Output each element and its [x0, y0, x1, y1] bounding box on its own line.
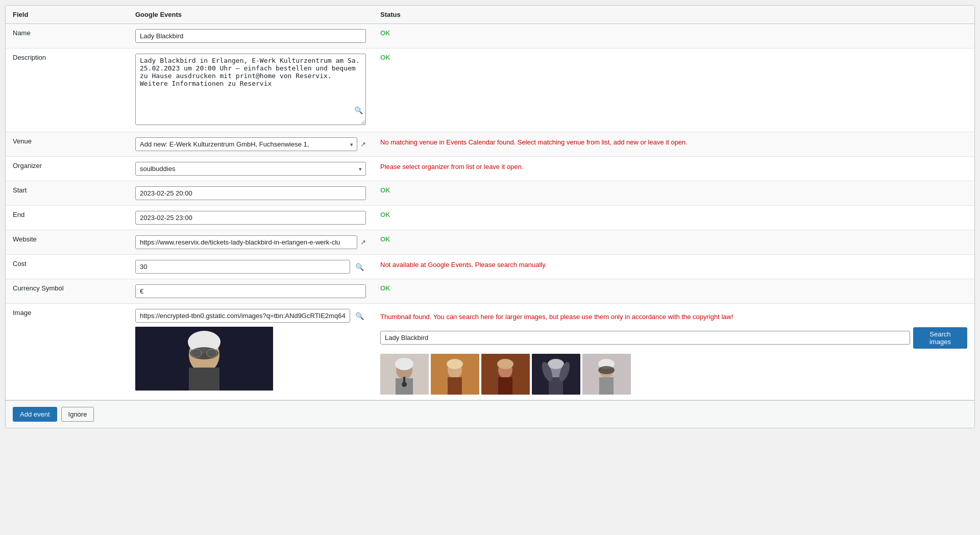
venue-row-inner: Add new: E-Werk Kulturzentrum GmbH, Fuch…	[135, 137, 366, 151]
image-svg	[135, 327, 273, 391]
svg-point-9	[395, 358, 413, 370]
status-end: OK	[380, 211, 390, 218]
organizer-select-wrapper: soulbuddies ▾	[135, 162, 366, 176]
thumbnail-4[interactable]	[532, 354, 580, 395]
venue-select-wrapper: Add new: E-Werk Kulturzentrum GmbH, Fuch…	[135, 137, 357, 151]
table-row: Organizer soulbuddies ▾ Please select or…	[6, 157, 974, 181]
field-label-organizer: Organizer	[13, 159, 42, 169]
website-input[interactable]	[135, 235, 357, 249]
status-start: OK	[380, 186, 390, 194]
image-thumbnails	[380, 354, 967, 395]
venue-external-link-icon[interactable]: ↗	[360, 140, 366, 148]
cost-input-wrapper: 🔍	[135, 260, 366, 274]
end-input[interactable]	[135, 211, 366, 225]
field-label-currency-symbol: Currency Symbol	[13, 281, 64, 292]
footer-bar: Add event Ignore	[6, 400, 974, 428]
field-label-name: Name	[13, 26, 31, 37]
thumbnail-1[interactable]	[380, 354, 429, 395]
search-images-button[interactable]: Search images	[913, 327, 967, 349]
field-label-cost: Cost	[13, 257, 27, 268]
image-status-area: Thumbnail found. You can search here for…	[380, 312, 967, 395]
start-input[interactable]	[135, 186, 366, 200]
svg-rect-12	[403, 377, 405, 386]
image-preview-inner	[135, 327, 273, 391]
description-wrapper: 🔍	[135, 54, 366, 127]
table-row: Currency Symbol OK	[6, 279, 974, 304]
field-label-image: Image	[13, 306, 31, 317]
image-input-wrapper: 🔍	[135, 309, 366, 323]
field-label-venue: Venue	[13, 134, 32, 145]
table-row: Name OK	[6, 24, 974, 48]
search-images-input[interactable]	[380, 331, 910, 345]
field-label-end: End	[13, 208, 24, 218]
image-preview	[135, 327, 273, 391]
svg-point-19	[497, 359, 513, 369]
cost-search-button[interactable]: 🔍	[353, 262, 366, 272]
status-cost: Not available at Google Events. Please s…	[380, 261, 547, 269]
website-input-wrapper: ↗	[135, 235, 366, 249]
svg-point-15	[447, 359, 463, 369]
status-currency-symbol: OK	[380, 284, 390, 292]
svg-rect-20	[498, 377, 512, 395]
status-image: Thumbnail found. You can search here for…	[380, 313, 733, 321]
table-row: Image 🔍	[6, 304, 974, 400]
table-row: Website ↗ OK	[6, 230, 974, 255]
field-label-website: Website	[13, 232, 37, 243]
svg-point-23	[548, 359, 564, 369]
field-label-description: Description	[13, 51, 46, 61]
header-status: Status	[373, 6, 974, 24]
thumbnail-2[interactable]	[431, 354, 479, 395]
add-event-button[interactable]: Add event	[13, 407, 57, 422]
status-description: OK	[380, 54, 390, 61]
field-label-start: Start	[13, 183, 27, 194]
organizer-select[interactable]: soulbuddies	[135, 162, 366, 176]
svg-point-31	[598, 366, 615, 374]
table-row: Start OK	[6, 181, 974, 206]
svg-point-5	[191, 349, 202, 357]
image-url-input[interactable]	[135, 309, 350, 323]
svg-point-6	[207, 349, 217, 357]
main-panel: Field Google Events Status Name OK	[5, 5, 975, 428]
table-row: Cost 🔍 Not available at Google Events. P…	[6, 255, 974, 279]
status-website: OK	[380, 235, 390, 243]
table-row: End OK	[6, 206, 974, 230]
thumbnail-5[interactable]	[582, 354, 631, 395]
currency-symbol-input[interactable]	[135, 284, 366, 298]
status-name: OK	[380, 29, 390, 37]
header-field: Field	[6, 6, 128, 24]
image-search-button[interactable]: 🔍	[353, 311, 366, 321]
description-search-button[interactable]: 🔍	[354, 106, 363, 114]
svg-rect-16	[448, 377, 462, 395]
table-row: Venue Add new: E-Werk Kulturzentrum GmbH…	[6, 132, 974, 157]
website-external-link-icon[interactable]: ↗	[360, 238, 366, 246]
table-row: Description 🔍 OK	[6, 48, 974, 132]
header-google-events: Google Events	[128, 6, 373, 24]
svg-rect-2	[189, 368, 219, 391]
fields-table: Field Google Events Status Name OK	[6, 6, 974, 400]
svg-rect-30	[599, 377, 614, 395]
cost-input[interactable]	[135, 260, 350, 274]
name-input[interactable]	[135, 29, 366, 43]
thumbnail-3[interactable]	[481, 354, 530, 395]
ignore-button[interactable]: Ignore	[61, 407, 94, 422]
description-textarea[interactable]	[135, 54, 366, 125]
venue-select[interactable]: Add new: E-Werk Kulturzentrum GmbH, Fuch…	[135, 137, 357, 151]
status-venue: No matching venue in Events Calendar fou…	[380, 138, 688, 146]
status-organizer: Please select organizer from list or lea…	[380, 163, 523, 171]
